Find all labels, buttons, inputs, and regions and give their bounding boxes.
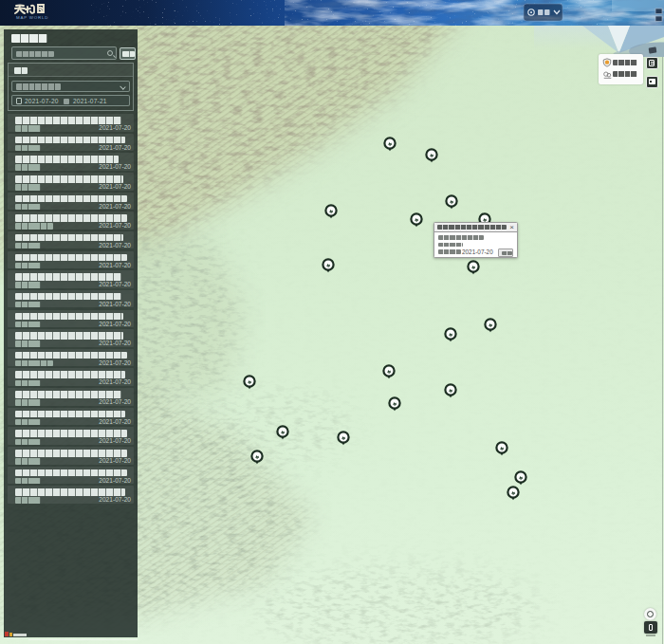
svg-text:MAP WORLD: MAP WORLD	[16, 15, 48, 20]
